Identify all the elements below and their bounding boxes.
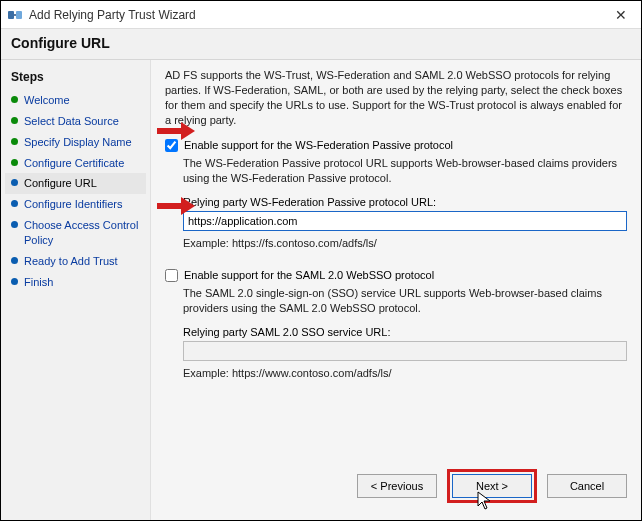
wsfed-url-input[interactable] bbox=[183, 211, 627, 231]
previous-button[interactable]: < Previous bbox=[357, 474, 437, 498]
next-button[interactable]: Next > bbox=[452, 474, 532, 498]
cancel-button[interactable]: Cancel bbox=[547, 474, 627, 498]
saml-url-label: Relying party SAML 2.0 SSO service URL: bbox=[183, 326, 627, 338]
step-label: Configure Identifiers bbox=[24, 197, 122, 212]
wsfed-example: Example: https://fs.contoso.com/adfs/ls/ bbox=[183, 237, 627, 249]
step-label: Configure URL bbox=[24, 176, 97, 191]
saml-url-input bbox=[183, 341, 627, 361]
step-welcome[interactable]: Welcome bbox=[5, 90, 146, 111]
step-bullet-icon bbox=[11, 96, 18, 103]
step-configure-identifiers[interactable]: Configure Identifiers bbox=[5, 194, 146, 215]
step-finish[interactable]: Finish bbox=[5, 272, 146, 293]
step-label[interactable]: Welcome bbox=[24, 93, 70, 108]
step-label[interactable]: Configure Certificate bbox=[24, 156, 124, 171]
titlebar: Add Relying Party Trust Wizard ✕ bbox=[1, 1, 641, 29]
wizard-body: Steps Welcome Select Data Source Specify… bbox=[1, 60, 641, 521]
step-bullet-icon bbox=[11, 278, 18, 285]
step-bullet-icon bbox=[11, 200, 18, 207]
step-bullet-icon bbox=[11, 221, 18, 228]
steps-sidebar: Steps Welcome Select Data Source Specify… bbox=[1, 60, 151, 521]
step-label: Ready to Add Trust bbox=[24, 254, 118, 269]
step-specify-display-name[interactable]: Specify Display Name bbox=[5, 132, 146, 153]
wsfed-url-label: Relying party WS-Federation Passive prot… bbox=[183, 196, 627, 208]
saml-example: Example: https://www.contoso.com/adfs/ls… bbox=[183, 367, 627, 379]
main-panel: AD FS supports the WS-Trust, WS-Federati… bbox=[151, 60, 641, 521]
close-button[interactable]: ✕ bbox=[601, 1, 641, 29]
step-bullet-icon bbox=[11, 257, 18, 264]
wsfed-checkbox-row: Enable support for the WS-Federation Pas… bbox=[165, 139, 627, 152]
wsfed-checkbox-label[interactable]: Enable support for the WS-Federation Pas… bbox=[184, 139, 453, 151]
step-bullet-icon bbox=[11, 138, 18, 145]
intro-text: AD FS supports the WS-Trust, WS-Federati… bbox=[165, 68, 627, 127]
wsfed-description: The WS-Federation Passive protocol URL s… bbox=[183, 156, 627, 186]
step-configure-url[interactable]: Configure URL bbox=[5, 173, 146, 194]
window-title: Add Relying Party Trust Wizard bbox=[29, 8, 196, 22]
saml-checkbox[interactable] bbox=[165, 269, 178, 282]
step-select-data-source[interactable]: Select Data Source bbox=[5, 111, 146, 132]
step-label[interactable]: Specify Display Name bbox=[24, 135, 132, 150]
saml-checkbox-label[interactable]: Enable support for the SAML 2.0 WebSSO p… bbox=[184, 269, 434, 281]
step-bullet-icon bbox=[11, 159, 18, 166]
step-label: Finish bbox=[24, 275, 53, 290]
saml-checkbox-row: Enable support for the SAML 2.0 WebSSO p… bbox=[165, 269, 627, 282]
step-label[interactable]: Select Data Source bbox=[24, 114, 119, 129]
wizard-footer: < Previous Next > Cancel bbox=[357, 469, 627, 503]
step-label: Choose Access Control Policy bbox=[24, 218, 144, 248]
svg-rect-1 bbox=[16, 11, 22, 19]
close-icon: ✕ bbox=[615, 7, 627, 23]
step-bullet-icon bbox=[11, 179, 18, 186]
step-bullet-icon bbox=[11, 117, 18, 124]
wsfed-checkbox[interactable] bbox=[165, 139, 178, 152]
step-ready-to-add-trust[interactable]: Ready to Add Trust bbox=[5, 251, 146, 272]
step-configure-certificate[interactable]: Configure Certificate bbox=[5, 153, 146, 174]
saml-description: The SAML 2.0 single-sign-on (SSO) servic… bbox=[183, 286, 627, 316]
steps-title: Steps bbox=[11, 70, 142, 84]
app-icon bbox=[7, 7, 23, 23]
svg-rect-0 bbox=[8, 11, 14, 19]
next-button-highlight: Next > bbox=[447, 469, 537, 503]
page-title: Configure URL bbox=[1, 29, 641, 60]
step-choose-access-control-policy[interactable]: Choose Access Control Policy bbox=[5, 215, 146, 251]
